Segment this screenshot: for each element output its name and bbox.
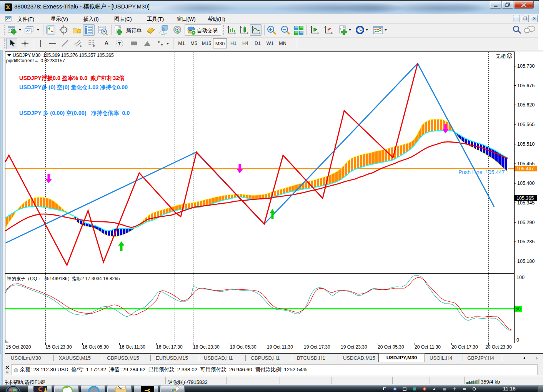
svg-text:19 Oct 23:30: 19 Oct 23:30 (341, 344, 367, 350)
svg-text:USDJPY多 (0) 空(0) 量化仓1.02 净持仓0.: USDJPY多 (0) 空(0) 量化仓1.02 净持仓0.00 (19, 84, 128, 90)
svg-text:16 Oct 17:30: 16 Oct 17:30 (156, 344, 183, 350)
svg-text:无相: 无相 (496, 53, 506, 59)
svg-text:19 Oct 17:30: 19 Oct 17:30 (304, 344, 330, 350)
svg-text:神的孩子（QQ： 451499186）指标2 17.303: 神的孩子（QQ： 451499186）指标2 17.3034 18.8265 (7, 276, 120, 281)
svg-text:Push Line 105.447: Push Line 105.447 (458, 169, 505, 175)
svg-text:15 Oct 2020: 15 Oct 2020 (6, 344, 31, 350)
svg-text:105.675: 105.675 (517, 83, 535, 88)
svg-text:105.235: 105.235 (517, 239, 535, 244)
svg-text:USDJPY浮损0.0 盈率% 0.0 账户杠杆32倍: USDJPY浮损0.0 盈率% 0.0 账户杠杆32倍 (19, 75, 125, 81)
svg-text:18 Oct 23:30: 18 Oct 23:30 (193, 344, 220, 350)
svg-text:pipdiffCurrent = -0.02230157: pipdiffCurrent = -0.02230157 (6, 58, 65, 63)
svg-text:105.180: 105.180 (517, 259, 535, 264)
svg-text:16 Oct 05:30: 16 Oct 05:30 (82, 344, 109, 350)
svg-text:105.620: 105.620 (517, 102, 535, 108)
svg-text:20 Oct 11:30: 20 Oct 11:30 (415, 344, 441, 350)
svg-text:20 Oct 23:30: 20 Oct 23:30 (485, 344, 512, 350)
svg-text:19 Oct 05:30: 19 Oct 05:30 (230, 344, 257, 350)
svg-text:50: 50 (515, 306, 521, 312)
svg-text:105.400: 105.400 (517, 181, 535, 186)
svg-text:105.365: 105.365 (516, 196, 534, 201)
svg-text:105.290: 105.290 (517, 220, 535, 225)
svg-text:105.447: 105.447 (516, 166, 534, 171)
svg-text:USDJPY,M30 105.369 105.376 10: USDJPY,M30 105.369 105.376 105.357 105.3… (13, 53, 114, 58)
svg-text:0: 0 (516, 337, 519, 343)
svg-text:105.510: 105.510 (517, 141, 535, 147)
svg-text:105.345: 105.345 (517, 200, 535, 206)
svg-text:15 Oct 23:30: 15 Oct 23:30 (45, 344, 72, 350)
svg-text:E: E (80, 44, 82, 48)
svg-text:105.730: 105.730 (517, 63, 535, 69)
svg-text:16 Oct 11:30: 16 Oct 11:30 (119, 344, 145, 350)
svg-text:105.565: 105.565 (517, 122, 535, 127)
svg-text:19 Oct 11:30: 19 Oct 11:30 (267, 344, 293, 350)
svg-text:F: F (93, 45, 95, 48)
svg-text:20 Oct 17:30: 20 Oct 17:30 (451, 344, 478, 350)
svg-text:100: 100 (516, 275, 525, 280)
svg-text:20 Oct 05:30: 20 Oct 05:30 (378, 344, 404, 350)
svg-text:USDJPY 多 (0.00) 空(0.00) 净持仓倍: USDJPY 多 (0.00) 空(0.00) 净持仓倍率 0.0 (19, 110, 130, 116)
svg-text:T: T (118, 42, 121, 46)
